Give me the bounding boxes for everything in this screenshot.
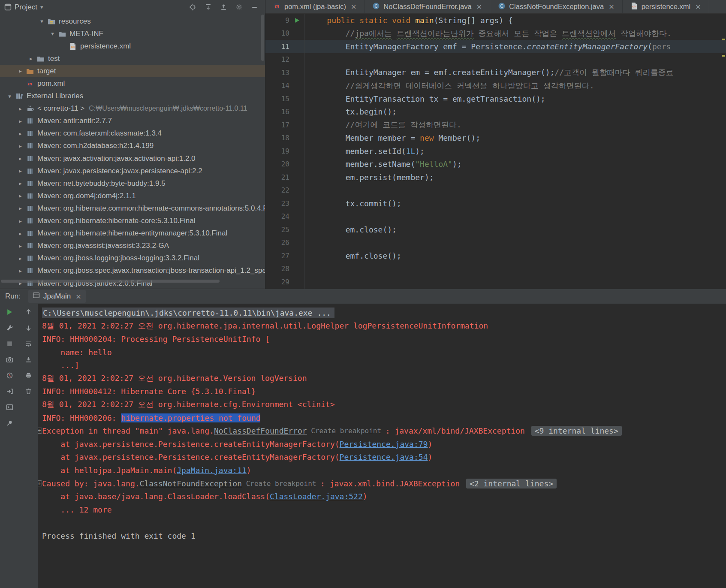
code-line-9[interactable]: 9 public static void main(String[] args)… [265, 14, 726, 27]
tree-item-maven-org-javassist-javassist-3-23-2-ga[interactable]: ▸Maven: org.javassist:javassist:3.23.2-G… [0, 240, 265, 252]
up-button[interactable] [24, 307, 33, 317]
chevron-right-icon[interactable]: ▸ [15, 255, 26, 262]
tree-item-pom-xml[interactable]: mpom.xml [0, 77, 265, 90]
chevron-down-icon[interactable]: ▾ [4, 93, 15, 100]
create-breakpoint-inlay[interactable]: Create breakpoint [242, 479, 320, 488]
tree-item-target[interactable]: ▸target [0, 65, 265, 77]
tree-item-persistence-xml[interactable]: </>persistence.xml [0, 40, 265, 52]
tree-item-external-libraries[interactable]: ▾External Libraries [0, 90, 265, 103]
code-line-13[interactable]: 13 EntityManager em = emf.createEntityMa… [265, 66, 726, 79]
editor-tab-persistence-xml[interactable]: </>persistence.xml× [623, 0, 709, 13]
code-line-22[interactable]: 22 [265, 184, 726, 197]
tree-item-maven-com-fasterxml-classmate-1-3-4[interactable]: ▸Maven: com.fasterxml:classmate:1.3.4 [0, 127, 265, 140]
code-line-28[interactable]: 28 [265, 262, 726, 276]
editor-tab-classnotfoundexception-java[interactable]: CClassNotFoundException.java× [490, 0, 622, 13]
chevron-right-icon[interactable]: ▸ [15, 230, 26, 237]
trash-button[interactable] [24, 386, 33, 396]
project-view-selector[interactable]: Project ▾ [4, 3, 43, 12]
tree-item-maven-antlr-antlr-2-7-7[interactable]: ▸Maven: antlr:antlr:2.7.7 [0, 115, 265, 127]
tree-item-meta-inf[interactable]: ▾META-INF [0, 27, 265, 40]
inspection-mark[interactable] [722, 55, 725, 57]
code-line-17[interactable]: 17 //여기에 코드를 작성하면된다. [265, 118, 726, 132]
stop-button[interactable] [5, 339, 14, 348]
console-output[interactable]: C:\Users\musclepenguin\.jdks\corretto-11… [38, 304, 726, 588]
close-icon[interactable]: × [695, 3, 701, 11]
chevron-right-icon[interactable]: ▸ [26, 55, 36, 62]
code-line-19[interactable]: 19 member.setId(1L); [265, 145, 726, 158]
camera-button[interactable] [5, 355, 14, 364]
code-line-20[interactable]: 20 member.setName("HelloA"); [265, 158, 726, 171]
code-line-11[interactable]: 11 EntityManagerFactory emf = Persistenc… [265, 40, 726, 53]
chevron-right-icon[interactable]: ▸ [15, 118, 26, 124]
down-button[interactable] [24, 323, 33, 332]
chevron-down-icon[interactable]: ▾ [47, 30, 58, 37]
tree-item-maven-org-hibernate-hibernate-core-5-3-10-final[interactable]: ▸Maven: org.hibernate:hibernate-core:5.3… [0, 215, 265, 227]
hide-icon[interactable] [251, 3, 258, 11]
tree-item-maven-org-hibernate-hibernate-entitymanager-5-3-10-final[interactable]: ▸Maven: org.hibernate:hibernate-entityma… [0, 227, 265, 240]
editor-tab-pom-xml-jpa-basic[interactable]: mpom.xml (jpa-basic)× [265, 0, 365, 13]
code-line-29[interactable]: 29 [265, 275, 726, 289]
tree-item-maven-com-h2database-h2-1-4-199[interactable]: ▸Maven: com.h2database:h2:1.4.199 [0, 140, 265, 152]
code-line-18[interactable]: 18 Member member = new Member(); [265, 132, 726, 145]
code-line-15[interactable]: 15 EntityTransaction tx = em.getTransact… [265, 92, 726, 106]
vertical-scrollbar[interactable] [261, 15, 264, 61]
chevron-right-icon[interactable]: ▸ [15, 180, 26, 187]
stacktrace-link[interactable]: Persistence.java:54 [340, 452, 428, 461]
collapse-all-icon[interactable] [220, 3, 227, 11]
expand-all-icon[interactable] [205, 3, 212, 11]
code-line-21[interactable]: 21 em.persist(member); [265, 171, 726, 184]
code-line-23[interactable]: 23 tx.commit(); [265, 197, 726, 210]
wrench-button[interactable] [5, 323, 14, 332]
chevron-right-icon[interactable]: ▸ [15, 155, 26, 162]
tree-item-maven-net-bytebuddy-byte-buddy-1-9-5[interactable]: ▸Maven: net.bytebuddy:byte-buddy:1.9.5 [0, 177, 265, 190]
code-line-25[interactable]: 25 em.close(); [265, 223, 726, 236]
horizontal-scrollbar[interactable] [1, 280, 220, 283]
chevron-right-icon[interactable]: ▸ [15, 193, 26, 199]
code-line-14[interactable]: 14 //쉽게생각하면 데이터베이스 커넥션을 하나받았다고 생각하면된다. [265, 79, 726, 93]
chevron-right-icon[interactable]: ▸ [15, 243, 26, 249]
tree-item-maven-org-dom4j-dom4j-2-1-1[interactable]: ▸Maven: org.dom4j:dom4j:2.1.1 [0, 190, 265, 202]
tree-item-maven-org-jboss-jandex-2-0-5-final[interactable]: ▸Maven: org.jboss:jandex:2.0.5.Final [0, 277, 265, 289]
scrollend-button[interactable] [24, 355, 33, 364]
rerun-button[interactable] [5, 307, 14, 317]
code-area[interactable]: 9 public static void main(String[] args)… [265, 14, 726, 289]
inspection-mark[interactable] [722, 39, 725, 40]
tree-item-maven-org-jboss-logging-jboss-logging-3-3-2-final[interactable]: ▸Maven: org.jboss.logging:jboss-logging:… [0, 252, 265, 265]
close-icon[interactable]: × [351, 3, 356, 11]
close-icon[interactable]: × [609, 3, 614, 11]
run-tab-jpamain[interactable]: JpaMain × [28, 290, 86, 303]
stacktrace-link[interactable]: Persistence.java:79 [340, 440, 428, 449]
chevron-down-icon[interactable]: ▾ [36, 18, 47, 24]
run-line-icon[interactable] [289, 18, 304, 23]
expand-trace-icon[interactable]: + [38, 428, 42, 434]
code-line-24[interactable]: 24 [265, 210, 726, 223]
console-button[interactable] [5, 402, 14, 412]
chevron-right-icon[interactable]: ▸ [15, 68, 26, 74]
softwrap-button[interactable] [24, 339, 33, 348]
tree-item-maven-org-jboss-spec-javax-transaction-jboss-transaction-api-1-2-spec[interactable]: ▸Maven: org.jboss.spec.javax.transaction… [0, 265, 265, 277]
code-line-12[interactable]: 12 [265, 53, 726, 66]
close-icon[interactable]: × [476, 3, 482, 11]
chevron-right-icon[interactable]: ▸ [15, 106, 26, 112]
tree-item-test[interactable]: ▸test [0, 52, 265, 65]
internal-lines-badge[interactable]: <9 internal lines> [531, 426, 622, 436]
chevron-right-icon[interactable]: ▸ [15, 143, 26, 149]
stacktrace-link[interactable]: JpaMain.java:11 [177, 466, 247, 475]
internal-lines-badge[interactable]: <2 internal lines> [466, 479, 557, 488]
code-line-27[interactable]: 27 emf.close(); [265, 249, 726, 262]
exception-class-link[interactable]: ClassNotFoundException [140, 479, 242, 488]
tree-item-corretto-11[interactable]: ▸< corretto-11 >C:₩Users₩musclepenguin₩.… [0, 103, 265, 115]
chevron-right-icon[interactable]: ▸ [15, 205, 26, 211]
tree-item-resources[interactable]: ▾resources [0, 15, 265, 27]
profiler-button[interactable] [5, 371, 14, 380]
code-line-26[interactable]: 26 [265, 236, 726, 250]
stacktrace-link[interactable]: ClassLoader.java:522 [270, 492, 363, 501]
expand-trace-icon[interactable]: + [38, 480, 42, 486]
close-icon[interactable]: × [75, 292, 81, 301]
create-breakpoint-inlay[interactable]: Create breakpoint [307, 427, 386, 435]
code-line-16[interactable]: 16 tx.begin(); [265, 106, 726, 119]
locate-icon[interactable] [189, 3, 196, 11]
tree-item-maven-org-hibernate-common-hibernate-commons-annotations-5-0-4-f[interactable]: ▸Maven: org.hibernate.common:hibernate-c… [0, 202, 265, 214]
exception-class-link[interactable]: NoClassDefFoundError [214, 426, 307, 435]
attach-button[interactable] [5, 386, 14, 396]
